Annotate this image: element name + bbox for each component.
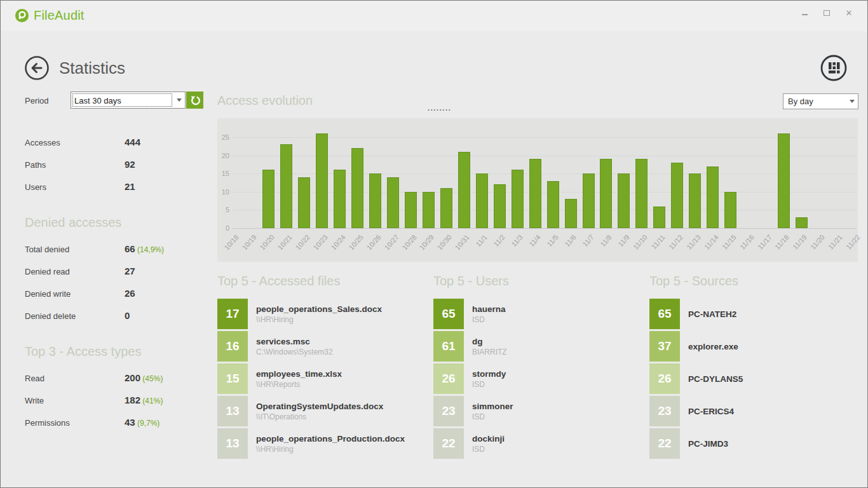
- interval-dropdown[interactable]: By day: [783, 93, 858, 109]
- item-text: PC-JIMD3: [688, 428, 728, 459]
- item-text: people_operations_Sales.docx\\HR\Hiring: [256, 299, 382, 329]
- list-item[interactable]: 65PC-NATEH2: [649, 299, 853, 329]
- refresh-button[interactable]: [186, 92, 203, 109]
- stat-value: 26: [125, 288, 135, 299]
- chart-bar[interactable]: [476, 173, 488, 228]
- chart-bar[interactable]: [334, 170, 346, 228]
- item-sublabel: C:\Windows\System32: [256, 348, 333, 356]
- stat-value: 21: [125, 181, 135, 192]
- list-item[interactable]: 65hauernaISD: [433, 299, 637, 329]
- rank-count-badge: 65: [649, 299, 680, 329]
- item-name: PC-JIMD3: [688, 439, 728, 449]
- y-axis-label: 15: [217, 170, 229, 177]
- stat-value: 182 (41%): [125, 395, 163, 405]
- chart-bar[interactable]: [494, 184, 506, 228]
- item-sublabel: ISD: [472, 380, 506, 389]
- period-value: Last 30 days: [71, 92, 173, 108]
- chart-bar[interactable]: [405, 192, 417, 228]
- chart-bar[interactable]: [796, 217, 808, 228]
- chart-bar[interactable]: [458, 152, 470, 228]
- list-item[interactable]: 17people_operations_Sales.docx\\HR\Hirin…: [217, 299, 421, 329]
- chart-bar[interactable]: [351, 148, 363, 228]
- list-item[interactable]: 23PC-ERICS4: [649, 396, 853, 426]
- fileaudit-window: { "window": { "app_name": "FileAudit", "…: [0, 0, 868, 488]
- rank-count-badge: 61: [433, 331, 464, 362]
- list-item[interactable]: 61dgBIARRITZ: [433, 331, 637, 362]
- window-controls: ✕: [797, 6, 856, 19]
- app-title: FileAudit: [34, 8, 85, 23]
- item-sublabel: \\HR\Hiring: [256, 315, 382, 324]
- chart-bar[interactable]: [387, 177, 399, 228]
- list-item[interactable]: 22PC-JIMD3: [649, 428, 853, 459]
- chart-bar[interactable]: [778, 133, 790, 228]
- top5-column: Top 5 - Sources65PC-NATEH237explorer.exe…: [649, 274, 853, 461]
- item-name: PC-ERICS4: [688, 407, 734, 416]
- rank-count-badge: 23: [433, 396, 464, 426]
- maximize-button[interactable]: [820, 6, 834, 19]
- chart-bar[interactable]: [280, 144, 292, 228]
- rank-count-badge: 17: [217, 299, 248, 329]
- chart-bar[interactable]: [689, 173, 701, 228]
- chevron-down-icon: [846, 100, 858, 103]
- item-name: hauerna: [472, 304, 506, 314]
- chart-bar[interactable]: [298, 177, 310, 228]
- rank-count-badge: 15: [217, 363, 248, 394]
- refresh-icon: [189, 94, 201, 107]
- item-name: PC-NATEH2: [688, 309, 736, 319]
- top5-column: Top 5 - Users65hauernaISD61dgBIARRITZ26s…: [433, 274, 637, 461]
- chart-bar[interactable]: [440, 188, 452, 228]
- chart-bar[interactable]: [724, 192, 736, 228]
- list-item[interactable]: 13people_operations_Production.docx\\HR\…: [217, 428, 421, 459]
- stat-value: 27: [125, 266, 135, 276]
- stat-row: Total denied66 (14,9%): [25, 242, 209, 264]
- chart-bar[interactable]: [635, 159, 648, 228]
- chart-bar[interactable]: [618, 173, 630, 228]
- stat-row: Paths92: [25, 158, 209, 180]
- rank-count-badge: 26: [433, 363, 464, 394]
- rank-count-badge: 13: [217, 428, 248, 459]
- chart-bar[interactable]: [583, 173, 595, 228]
- chart-bar[interactable]: [529, 159, 541, 228]
- list-item[interactable]: 15employees_time.xlsx\\HR\Reports: [217, 363, 421, 394]
- chart-bar[interactable]: [707, 166, 719, 228]
- chart-title: Access evolution: [217, 93, 313, 108]
- item-text: PC-NATEH2: [688, 299, 736, 329]
- period-dropdown[interactable]: Last 30 days: [71, 92, 186, 109]
- stat-label: Paths: [25, 160, 46, 170]
- item-text: stormdyISD: [472, 363, 506, 394]
- stat-label: Write: [25, 396, 44, 405]
- minimize-button[interactable]: [797, 6, 811, 19]
- item-name: people_operations_Production.docx: [256, 434, 405, 444]
- list-item[interactable]: 26stormdyISD: [433, 363, 637, 394]
- stat-percentage: (45%): [140, 374, 163, 383]
- chart-bar[interactable]: [565, 199, 577, 228]
- dashboard-blocks-button[interactable]: [820, 54, 848, 82]
- list-item[interactable]: 23simmonerISD: [433, 396, 637, 426]
- list-item[interactable]: 26PC-DYLANS5: [649, 363, 853, 394]
- list-item[interactable]: 16services.mscC:\Windows\System32: [217, 331, 421, 362]
- chart-bar[interactable]: [369, 173, 381, 228]
- chart-bar[interactable]: [512, 170, 524, 228]
- splitter-drag-handle-icon[interactable]: ········: [428, 106, 451, 114]
- item-text: people_operations_Production.docx\\HR\Hi…: [256, 428, 405, 459]
- section-heading: Top 3 - Access types: [25, 344, 209, 359]
- chart-bar[interactable]: [262, 170, 275, 228]
- left-panel: Accesses444Paths92Users21Denied accesses…: [25, 135, 209, 438]
- chart-bar[interactable]: [653, 207, 665, 228]
- stat-label: Total denied: [25, 245, 69, 254]
- chart-bar[interactable]: [316, 133, 328, 228]
- rank-count-badge: 22: [433, 428, 464, 459]
- close-button[interactable]: ✕: [842, 6, 856, 19]
- list-item[interactable]: 37explorer.exe: [649, 331, 853, 362]
- chart-bar[interactable]: [600, 159, 612, 228]
- stat-percentage: (41%): [140, 396, 163, 405]
- list-item[interactable]: 22dockinjiISD: [433, 428, 637, 459]
- item-text: dockinjiISD: [472, 428, 505, 459]
- list-item[interactable]: 13OperatingSystemUpdates.docx\\IT\Operat…: [217, 396, 421, 426]
- chart-bar[interactable]: [547, 181, 559, 228]
- back-button[interactable]: [24, 55, 50, 81]
- chart-bar[interactable]: [671, 163, 683, 228]
- chart-bar[interactable]: [423, 192, 435, 228]
- stat-row: Denied write26: [25, 287, 209, 309]
- app-logo: FileAudit: [15, 8, 85, 23]
